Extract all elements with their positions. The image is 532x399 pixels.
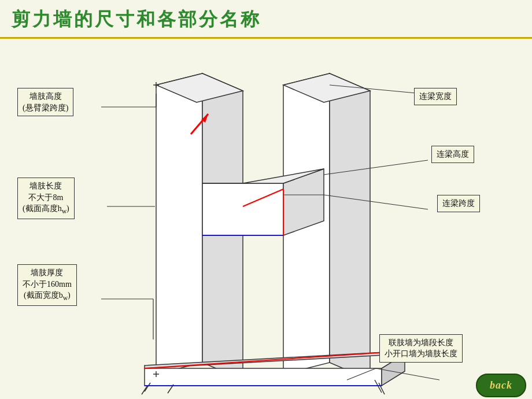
page: 剪力墙的尺寸和各部分名称 [0, 0, 532, 399]
svg-marker-6 [145, 368, 382, 386]
label-wall-height: 墙肢高度 (悬臂梁跨度) [17, 88, 73, 116]
svg-marker-9 [202, 183, 283, 235]
title-bar: 剪力墙的尺寸和各部分名称 [0, 0, 532, 39]
label-wall-thickness: 墙肢厚度 不小于160mm (截面宽度bw) [17, 264, 77, 306]
label-beam-span: 连梁跨度 [437, 195, 480, 212]
svg-marker-4 [330, 73, 370, 380]
label-beam-height: 连梁高度 [431, 146, 474, 163]
content-area: 墙肢高度 (悬臂梁跨度) 墙肢长度 不大于8m (截面高度hw) 墙肢厚度 不小… [0, 39, 532, 399]
label-wall-length: 墙肢长度 不大于8m (截面高度hw) [17, 178, 75, 219]
label-bottom: 联肢墙为墙段长度 小开口墙为墙肢长度 [379, 334, 463, 363]
label-beam-width: 连梁宽度 [414, 88, 457, 105]
back-button[interactable]: back [476, 374, 526, 397]
page-title: 剪力墙的尺寸和各部分名称 [12, 9, 261, 29]
svg-marker-0 [156, 73, 202, 374]
svg-line-17 [142, 386, 147, 394]
